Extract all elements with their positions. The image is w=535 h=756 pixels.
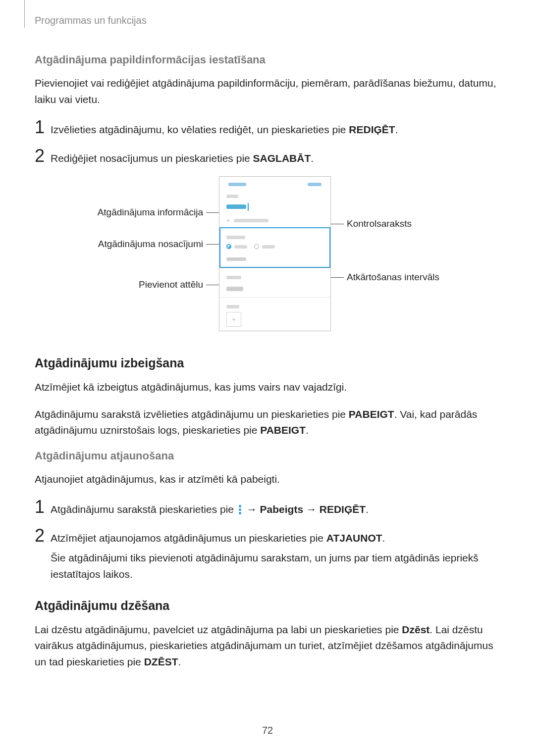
section4-p: Lai dzēstu atgādinājumu, pavelciet uz at… [35, 622, 500, 670]
page-content: Programmas un funkcijas Atgādinājuma pap… [0, 0, 535, 701]
section3-title: Atgādinājumu atjaunošana [35, 450, 500, 462]
step-text: Izvēlieties atgādinājumu, ko vēlaties re… [51, 124, 398, 135]
mock-highlight [219, 227, 330, 268]
list-item: 1 Atgādinājumu sarakstā pieskarieties pi… [35, 498, 500, 518]
step-text: Rediģējiet nosacījumus un pieskarieties … [51, 152, 314, 164]
text-fragment: . [178, 656, 181, 667]
section2-p2: Atgādinājumu sarakstā izvēlieties atgādi… [35, 406, 500, 439]
list-item: 2 Rediģējiet nosacījumus un pieskarietie… [35, 147, 500, 167]
section4-title: Atgādinājumu dzēšana [35, 599, 500, 613]
section1-title: Atgādinājuma papildinformācijas iestatīš… [35, 53, 500, 66]
section2-p1: Atzīmējiet kā izbeigtus atgādinājumus, k… [35, 379, 500, 396]
page-number: 72 [0, 725, 535, 736]
diagram-label: Pievienot attēlu [75, 279, 219, 290]
text-fragment: Atzīmējiet atjaunojamos atgādinājumus un… [51, 532, 326, 544]
text-fragment: Atgādinājumu sarakstā pieskarieties pie [51, 504, 237, 515]
step-number: 1 [35, 118, 51, 136]
section1-steps: 1 Izvēlieties atgādinājumu, ko vēlaties … [35, 118, 500, 166]
diagram-label: Kontrolsaraksts [331, 218, 460, 229]
more-menu-icon [239, 504, 242, 515]
text-fragment-bold: ATJAUNOT [326, 532, 382, 544]
diagram-right-labels: Kontrolsaraksts Atkārtošanas intervāls [331, 176, 460, 331]
step-text: Atgādinājumu sarakstā pieskarieties pie … [51, 504, 369, 515]
diagram-left-labels: Atgādinājuma informācija Atgādinājuma no… [75, 176, 219, 331]
diagram: Atgādinājuma informācija Atgādinājuma no… [35, 176, 500, 331]
text-fragment-bold: REDIĢĒT [349, 124, 395, 135]
diagram-label: Atgādinājuma informācija [75, 207, 219, 218]
list-item: 2 Atzīmējiet atjaunojamos atgādinājumus … [35, 527, 500, 583]
step-text: Atzīmējiet atjaunojamos atgādinājumus un… [51, 530, 500, 547]
step-subtext: Šie atgādinājumi tiks pievienoti atgādin… [51, 550, 500, 582]
text-fragment: Rediģējiet nosacījumus un pieskarieties … [51, 152, 253, 164]
text-fragment-bold: Pabeigts [260, 504, 304, 515]
breadcrumb: Programmas un funkcijas [35, 15, 500, 26]
text-fragment: . [306, 424, 309, 436]
step-number: 1 [35, 498, 51, 516]
arrow-text: → [244, 504, 260, 515]
arrow-text: → [303, 504, 320, 515]
text-fragment: . [395, 124, 398, 135]
section1-intro: Pievienojiet vai rediģējiet atgādinājuma… [35, 75, 500, 107]
diagram-label: Atgādinājuma nosacījumi [75, 239, 219, 250]
section3-intro: Atjaunojiet atgādinājumus, kas ir atzīmē… [35, 471, 500, 488]
text-fragment-bold: PABEIGT [260, 424, 306, 436]
text-fragment-bold: SAGLABĀT [253, 152, 311, 164]
phone-mockup: + + [219, 176, 331, 331]
text-fragment-bold: Dzēst [402, 624, 429, 635]
plus-icon: + [226, 312, 241, 327]
section3-steps: 1 Atgādinājumu sarakstā pieskarieties pi… [35, 498, 500, 582]
text-fragment: Atgādinājumu sarakstā izvēlieties atgādi… [35, 408, 349, 420]
text-fragment-bold: DZĒST [144, 656, 178, 667]
section2-title: Atgādinājumu izbeigšana [35, 356, 500, 370]
list-item: 1 Izvēlieties atgādinājumu, ko vēlaties … [35, 118, 500, 138]
text-fragment-bold: PABEIGT [349, 408, 394, 420]
step-number: 2 [35, 147, 51, 165]
diagram-label: Atkārtošanas intervāls [331, 272, 460, 283]
text-fragment: Izvēlieties atgādinājumu, ko vēlaties re… [51, 124, 349, 135]
text-fragment: . [366, 504, 369, 515]
text-fragment: Lai dzēstu atgādinājumu, pavelciet uz at… [35, 624, 402, 635]
text-fragment: . [382, 532, 385, 544]
step-number: 2 [35, 527, 51, 545]
text-fragment-bold: REDIĢĒT [320, 504, 366, 515]
top-left-rule [24, 0, 25, 28]
text-fragment: . [311, 152, 314, 164]
